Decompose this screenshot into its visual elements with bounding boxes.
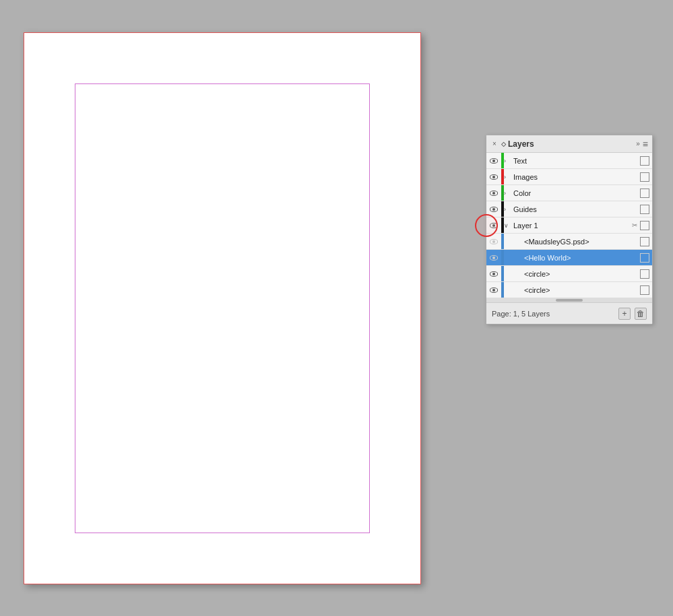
layer-visibility-box-circle1[interactable] <box>640 269 649 279</box>
canvas-area <box>0 0 445 616</box>
color-bar-circle2 <box>501 282 504 298</box>
eye-icon-text[interactable] <box>486 158 501 164</box>
panel-titlebar-left: × ◇ Layers <box>490 139 534 149</box>
layer-row-maudsleygspsd[interactable]: <MaudsleyGS.psd> <box>486 234 652 250</box>
eye-shape <box>490 287 498 293</box>
layer-name-images: Images <box>512 173 640 181</box>
color-bar-helloworld <box>501 250 504 265</box>
layer-row-circle1[interactable]: <circle> <box>486 266 652 282</box>
panel-titlebar: × ◇ Layers » ≡ <box>486 135 652 153</box>
eye-shape <box>490 255 498 261</box>
page-content-area <box>75 83 370 533</box>
expand-arrow-color[interactable]: › <box>504 190 512 197</box>
layer-visibility-box-maudsleygspsd[interactable] <box>640 237 649 246</box>
scissor-icon-layer1[interactable]: ✂ <box>632 221 637 229</box>
layer-name-text: Text <box>512 157 640 165</box>
panel-title-text: Layers <box>508 139 534 149</box>
panel-footer-text: Page: 1, 5 Layers <box>492 310 550 318</box>
layer-visibility-box-helloworld[interactable] <box>640 253 649 263</box>
eye-icon-maudsleygspsd[interactable] <box>486 239 501 244</box>
page-document <box>24 32 421 584</box>
layer-name-circle2: <circle> <box>523 286 640 294</box>
color-bar-maudsleygspsd <box>501 234 504 249</box>
eye-shape <box>490 158 498 164</box>
delete-layer-button[interactable]: 🗑 <box>635 308 647 320</box>
eye-icon-circle2[interactable] <box>486 287 501 293</box>
eye-icon-helloworld[interactable] <box>486 255 501 261</box>
panel-menu-button[interactable]: ≡ <box>643 139 648 149</box>
layer-visibility-box-text[interactable] <box>640 156 649 166</box>
eye-shape <box>490 271 498 277</box>
eye-icon-guides[interactable] <box>486 207 501 212</box>
panel-expand-button[interactable]: » <box>636 140 640 147</box>
layer-name-color: Color <box>512 189 640 197</box>
panel-controls-right: » ≡ <box>636 139 648 149</box>
layer-name-circle1: <circle> <box>523 270 640 278</box>
panel-title: ◇ Layers <box>501 139 534 149</box>
layer-row-circle2[interactable]: <circle> <box>486 282 652 298</box>
layers-panel: × ◇ Layers » ≡ ›Text›Images›Color›Guides… <box>486 135 653 324</box>
layer-row-layer1[interactable]: ∨Layer 1✂ <box>486 217 652 234</box>
layer-row-helloworld[interactable]: <Hello World> <box>486 250 652 266</box>
panel-title-arrow: ◇ <box>501 141 506 147</box>
layer-visibility-box-images[interactable] <box>640 172 649 182</box>
expand-arrow-text[interactable]: › <box>504 158 512 164</box>
panel-footer: Page: 1, 5 Layers + 🗑 <box>486 302 652 324</box>
layer-row-images[interactable]: ›Images <box>486 169 652 185</box>
layer-visibility-box-color[interactable] <box>640 189 649 198</box>
expand-arrow-guides[interactable]: › <box>504 206 512 213</box>
eye-shape <box>490 223 498 228</box>
layer-visibility-box-layer1[interactable] <box>640 221 649 230</box>
expand-arrow-images[interactable]: › <box>504 174 512 180</box>
panel-close-button[interactable]: × <box>490 140 499 148</box>
panel-scrollbar-thumb <box>556 299 583 302</box>
layer-name-maudsleygspsd: <MaudsleyGS.psd> <box>523 238 640 246</box>
eye-shape <box>490 207 498 212</box>
layer-name-layer1: Layer 1 <box>512 221 632 230</box>
layer-row-text[interactable]: ›Text <box>486 153 652 169</box>
eye-shape <box>490 174 498 180</box>
layer-row-color[interactable]: ›Color <box>486 185 652 201</box>
add-layer-button[interactable]: + <box>618 308 631 320</box>
eye-icon-images[interactable] <box>486 174 501 180</box>
eye-shape-hidden <box>490 239 498 244</box>
eye-shape <box>490 191 498 196</box>
layers-list: ›Text›Images›Color›Guides∨Layer 1✂<Mauds… <box>486 153 652 298</box>
layer-visibility-box-circle2[interactable] <box>640 285 649 295</box>
panel-footer-actions: + 🗑 <box>618 308 647 320</box>
color-bar-circle1 <box>501 266 504 281</box>
eye-icon-circle1[interactable] <box>486 271 501 277</box>
layer-row-guides[interactable]: ›Guides <box>486 201 652 217</box>
layer-name-guides: Guides <box>512 205 640 213</box>
expand-arrow-layer1[interactable]: ∨ <box>504 222 512 229</box>
eye-icon-layer1[interactable] <box>486 223 501 228</box>
layer-visibility-box-guides[interactable] <box>640 205 649 214</box>
layer-name-helloworld: <Hello World> <box>523 254 640 262</box>
eye-icon-color[interactable] <box>486 191 501 196</box>
